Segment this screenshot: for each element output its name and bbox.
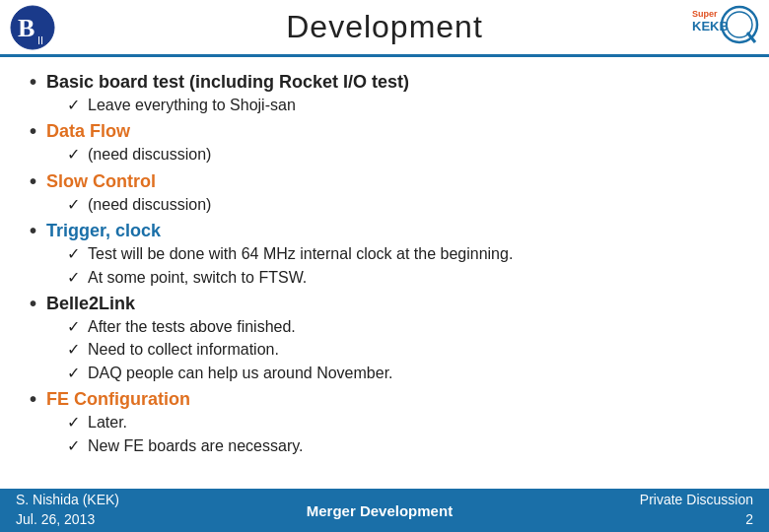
section-header-slow-control: •Slow Control <box>30 170 739 193</box>
sub-items-data-flow: ✓(need discussion) <box>67 144 739 166</box>
bullet-dot: • <box>30 293 36 315</box>
section-label: Slow Control <box>46 171 156 192</box>
sub-items-fe-config: ✓Later.✓New FE boards are necessary. <box>67 412 739 457</box>
belle2-logo: B II <box>10 5 55 50</box>
section-label: Basic board test (including Rocket I/O t… <box>46 72 409 93</box>
subitem-text: (need discussion) <box>88 194 211 216</box>
svg-text:KEKB: KEKB <box>692 19 729 33</box>
subitem-text: Test will be done with 64 MHz internal c… <box>88 243 513 265</box>
page-title: Development <box>286 9 483 45</box>
subitem-text: (need discussion) <box>88 144 211 166</box>
subitem-text: Need to collect information. <box>88 339 279 361</box>
subitem-text: Leave everything to Shoji-san <box>88 95 296 116</box>
checkmark-icon: ✓ <box>67 243 80 265</box>
bullet-dot: • <box>30 120 36 143</box>
list-item: ✓DAQ people can help us around November. <box>67 363 739 384</box>
footer-left: S. Nishida (KEK) Jul. 26, 2013 <box>16 491 119 529</box>
list-item: ✓After the tests above finished. <box>67 316 739 338</box>
sub-items-belle2link: ✓After the tests above finished.✓Need to… <box>67 316 739 384</box>
checkmark-icon: ✓ <box>67 435 80 457</box>
section-belle2link: •Belle2Link✓After the tests above finish… <box>30 293 739 384</box>
footer-right: Private Discussion 2 <box>640 491 753 529</box>
superkekb-logo: Super KEKB <box>690 5 759 50</box>
svg-text:Super: Super <box>692 9 718 19</box>
footer-page-number: 2 <box>640 510 753 530</box>
bullet-dot: • <box>30 220 36 242</box>
section-header-data-flow: •Data Flow <box>30 120 739 143</box>
subitem-text: New FE boards are necessary. <box>88 435 303 457</box>
subitem-text: After the tests above finished. <box>88 316 296 338</box>
sub-items-basic-board: ✓Leave everything to Shoji-san <box>67 95 739 116</box>
checkmark-icon: ✓ <box>67 412 80 433</box>
list-item: ✓(need discussion) <box>67 194 739 216</box>
footer-privacy: Private Discussion <box>640 491 753 510</box>
footer-center: Merger Development <box>307 502 453 519</box>
subitem-text: Later. <box>88 412 127 433</box>
footer-date: Jul. 26, 2013 <box>16 510 119 530</box>
checkmark-icon: ✓ <box>67 316 80 338</box>
section-data-flow: •Data Flow✓(need discussion) <box>30 120 739 166</box>
svg-text:II: II <box>37 34 43 46</box>
section-header-belle2link: •Belle2Link <box>30 293 739 315</box>
header: B II Development Super KEKB <box>0 0 769 57</box>
main-content: •Basic board test (including Rocket I/O … <box>0 57 769 471</box>
list-item: ✓New FE boards are necessary. <box>67 435 739 457</box>
checkmark-icon: ✓ <box>67 144 80 166</box>
subitem-text: DAQ people can help us around November. <box>88 363 393 384</box>
section-label: Trigger, clock <box>46 221 161 241</box>
section-slow-control: •Slow Control✓(need discussion) <box>30 170 739 216</box>
subitem-text: At some point, switch to FTSW. <box>88 267 307 289</box>
footer: S. Nishida (KEK) Jul. 26, 2013 Merger De… <box>0 489 769 532</box>
list-item: ✓At some point, switch to FTSW. <box>67 267 739 289</box>
section-fe-config: •FE Configuration✓Later.✓New FE boards a… <box>30 388 739 457</box>
bullet-dot: • <box>30 388 36 411</box>
section-label: Data Flow <box>46 121 130 142</box>
checkmark-icon: ✓ <box>67 194 80 216</box>
checkmark-icon: ✓ <box>67 95 80 116</box>
section-label: FE Configuration <box>46 389 190 410</box>
sub-items-trigger-clock: ✓Test will be done with 64 MHz internal … <box>67 243 739 289</box>
checkmark-icon: ✓ <box>67 363 80 384</box>
svg-text:B: B <box>18 14 35 42</box>
sub-items-slow-control: ✓(need discussion) <box>67 194 739 216</box>
list-item: ✓Later. <box>67 412 739 433</box>
section-header-trigger-clock: •Trigger, clock <box>30 220 739 242</box>
checkmark-icon: ✓ <box>67 339 80 361</box>
bullet-dot: • <box>30 170 36 193</box>
list-item: ✓Need to collect information. <box>67 339 739 361</box>
section-basic-board: •Basic board test (including Rocket I/O … <box>30 71 739 116</box>
bullet-dot: • <box>30 71 36 94</box>
list-item: ✓(need discussion) <box>67 144 739 166</box>
list-item: ✓Leave everything to Shoji-san <box>67 95 739 116</box>
footer-author: S. Nishida (KEK) <box>16 491 119 510</box>
list-item: ✓Test will be done with 64 MHz internal … <box>67 243 739 265</box>
section-header-basic-board: •Basic board test (including Rocket I/O … <box>30 71 739 94</box>
section-trigger-clock: •Trigger, clock✓Test will be done with 6… <box>30 220 739 289</box>
checkmark-icon: ✓ <box>67 267 80 289</box>
section-header-fe-config: •FE Configuration <box>30 388 739 411</box>
section-label: Belle2Link <box>46 294 135 314</box>
